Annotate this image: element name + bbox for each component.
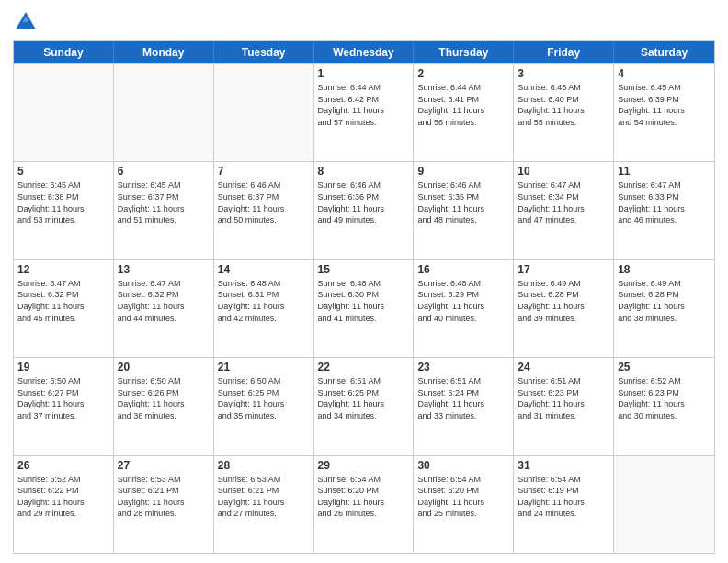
calendar-header-cell: Wednesday [314, 41, 415, 63]
day-number: 26 [17, 459, 109, 472]
calendar-page: SundayMondayTuesdayWednesdayThursdayFrid… [0, 0, 728, 563]
svg-rect-2 [20, 22, 31, 29]
day-info: Sunrise: 6:53 AM Sunset: 6:21 PM Dayligh… [218, 474, 310, 520]
calendar-cell: 3Sunrise: 6:45 AM Sunset: 6:40 PM Daylig… [514, 64, 614, 161]
calendar-header-cell: Sunday [14, 41, 114, 63]
calendar-week-2: 5Sunrise: 6:45 AM Sunset: 6:38 PM Daylig… [14, 161, 714, 259]
day-info: Sunrise: 6:52 AM Sunset: 6:23 PM Dayligh… [618, 375, 711, 421]
day-number: 30 [417, 459, 509, 472]
logo-icon [13, 9, 39, 35]
calendar-week-1: 1Sunrise: 6:44 AM Sunset: 6:42 PM Daylig… [14, 63, 714, 161]
calendar-cell: 23Sunrise: 6:51 AM Sunset: 6:24 PM Dayli… [414, 358, 514, 454]
calendar-header-cell: Tuesday [214, 41, 314, 63]
day-number: 18 [618, 263, 711, 276]
calendar-cell: 16Sunrise: 6:48 AM Sunset: 6:29 PM Dayli… [414, 260, 514, 357]
day-number: 15 [318, 263, 410, 276]
day-number: 31 [518, 459, 609, 472]
day-info: Sunrise: 6:48 AM Sunset: 6:31 PM Dayligh… [218, 278, 310, 324]
day-info: Sunrise: 6:47 AM Sunset: 6:33 PM Dayligh… [618, 179, 711, 225]
day-info: Sunrise: 6:53 AM Sunset: 6:21 PM Dayligh… [118, 474, 210, 520]
day-number: 27 [118, 459, 210, 472]
day-number: 8 [318, 165, 410, 178]
day-info: Sunrise: 6:50 AM Sunset: 6:25 PM Dayligh… [218, 375, 310, 421]
day-info: Sunrise: 6:49 AM Sunset: 6:28 PM Dayligh… [518, 278, 609, 324]
day-info: Sunrise: 6:52 AM Sunset: 6:22 PM Dayligh… [17, 474, 109, 520]
calendar-cell [14, 64, 114, 161]
calendar-cell [614, 456, 714, 553]
day-number: 21 [218, 361, 310, 373]
calendar-cell: 13Sunrise: 6:47 AM Sunset: 6:32 PM Dayli… [114, 260, 214, 357]
calendar-cell: 12Sunrise: 6:47 AM Sunset: 6:32 PM Dayli… [14, 260, 114, 357]
day-number: 10 [518, 165, 609, 178]
header [13, 9, 715, 35]
day-info: Sunrise: 6:45 AM Sunset: 6:40 PM Dayligh… [518, 82, 609, 128]
calendar-cell: 18Sunrise: 6:49 AM Sunset: 6:28 PM Dayli… [614, 260, 714, 357]
day-info: Sunrise: 6:46 AM Sunset: 6:36 PM Dayligh… [318, 179, 410, 225]
calendar-week-5: 26Sunrise: 6:52 AM Sunset: 6:22 PM Dayli… [14, 455, 714, 553]
calendar-cell: 1Sunrise: 6:44 AM Sunset: 6:42 PM Daylig… [314, 64, 415, 161]
day-number: 25 [618, 361, 711, 373]
day-number: 1 [318, 67, 410, 80]
calendar-header-cell: Friday [514, 41, 614, 63]
day-number: 9 [417, 165, 509, 178]
day-number: 12 [17, 263, 109, 276]
day-number: 16 [417, 263, 509, 276]
calendar-body: 1Sunrise: 6:44 AM Sunset: 6:42 PM Daylig… [14, 63, 714, 553]
calendar-header-cell: Saturday [614, 41, 714, 63]
calendar-week-4: 19Sunrise: 6:50 AM Sunset: 6:27 PM Dayli… [14, 357, 714, 454]
calendar-cell: 28Sunrise: 6:53 AM Sunset: 6:21 PM Dayli… [214, 456, 314, 553]
day-info: Sunrise: 6:51 AM Sunset: 6:23 PM Dayligh… [518, 375, 609, 421]
calendar-cell: 7Sunrise: 6:46 AM Sunset: 6:37 PM Daylig… [214, 162, 314, 259]
calendar-cell: 10Sunrise: 6:47 AM Sunset: 6:34 PM Dayli… [514, 162, 614, 259]
day-info: Sunrise: 6:47 AM Sunset: 6:34 PM Dayligh… [518, 179, 609, 225]
day-number: 11 [618, 165, 711, 178]
day-number: 23 [417, 361, 509, 373]
day-info: Sunrise: 6:44 AM Sunset: 6:42 PM Dayligh… [318, 82, 410, 128]
day-info: Sunrise: 6:54 AM Sunset: 6:20 PM Dayligh… [318, 474, 410, 520]
calendar-cell: 5Sunrise: 6:45 AM Sunset: 6:38 PM Daylig… [14, 162, 114, 259]
calendar-cell: 19Sunrise: 6:50 AM Sunset: 6:27 PM Dayli… [14, 358, 114, 454]
day-number: 22 [318, 361, 410, 373]
day-number: 2 [417, 67, 509, 80]
day-number: 24 [518, 361, 609, 373]
calendar-cell: 26Sunrise: 6:52 AM Sunset: 6:22 PM Dayli… [14, 456, 114, 553]
calendar-cell: 31Sunrise: 6:54 AM Sunset: 6:19 PM Dayli… [514, 456, 614, 553]
day-info: Sunrise: 6:46 AM Sunset: 6:37 PM Dayligh… [218, 179, 310, 225]
day-info: Sunrise: 6:47 AM Sunset: 6:32 PM Dayligh… [118, 278, 210, 324]
day-info: Sunrise: 6:45 AM Sunset: 6:39 PM Dayligh… [618, 82, 711, 128]
day-number: 13 [118, 263, 210, 276]
calendar-cell: 24Sunrise: 6:51 AM Sunset: 6:23 PM Dayli… [514, 358, 614, 454]
calendar: SundayMondayTuesdayWednesdayThursdayFrid… [13, 40, 715, 554]
calendar-cell: 4Sunrise: 6:45 AM Sunset: 6:39 PM Daylig… [614, 64, 714, 161]
calendar-cell: 11Sunrise: 6:47 AM Sunset: 6:33 PM Dayli… [614, 162, 714, 259]
day-number: 4 [618, 67, 711, 80]
day-info: Sunrise: 6:51 AM Sunset: 6:25 PM Dayligh… [318, 375, 410, 421]
calendar-header-cell: Thursday [414, 41, 514, 63]
day-number: 17 [518, 263, 609, 276]
day-info: Sunrise: 6:48 AM Sunset: 6:29 PM Dayligh… [417, 278, 509, 324]
logo [13, 9, 42, 35]
calendar-cell: 22Sunrise: 6:51 AM Sunset: 6:25 PM Dayli… [314, 358, 415, 454]
calendar-cell: 14Sunrise: 6:48 AM Sunset: 6:31 PM Dayli… [214, 260, 314, 357]
calendar-cell [214, 64, 314, 161]
calendar-cell: 8Sunrise: 6:46 AM Sunset: 6:36 PM Daylig… [314, 162, 415, 259]
day-info: Sunrise: 6:49 AM Sunset: 6:28 PM Dayligh… [618, 278, 711, 324]
day-number: 19 [17, 361, 109, 373]
day-number: 5 [17, 165, 109, 178]
day-number: 3 [518, 67, 609, 80]
day-info: Sunrise: 6:51 AM Sunset: 6:24 PM Dayligh… [417, 375, 509, 421]
calendar-cell: 20Sunrise: 6:50 AM Sunset: 6:26 PM Dayli… [114, 358, 214, 454]
day-info: Sunrise: 6:54 AM Sunset: 6:19 PM Dayligh… [518, 474, 609, 520]
calendar-cell: 6Sunrise: 6:45 AM Sunset: 6:37 PM Daylig… [114, 162, 214, 259]
day-info: Sunrise: 6:50 AM Sunset: 6:27 PM Dayligh… [17, 375, 109, 421]
day-info: Sunrise: 6:47 AM Sunset: 6:32 PM Dayligh… [17, 278, 109, 324]
calendar-cell: 27Sunrise: 6:53 AM Sunset: 6:21 PM Dayli… [114, 456, 214, 553]
calendar-cell: 9Sunrise: 6:46 AM Sunset: 6:35 PM Daylig… [414, 162, 514, 259]
day-number: 14 [218, 263, 310, 276]
day-info: Sunrise: 6:44 AM Sunset: 6:41 PM Dayligh… [417, 82, 509, 128]
calendar-cell: 2Sunrise: 6:44 AM Sunset: 6:41 PM Daylig… [414, 64, 514, 161]
day-info: Sunrise: 6:46 AM Sunset: 6:35 PM Dayligh… [417, 179, 509, 225]
calendar-week-3: 12Sunrise: 6:47 AM Sunset: 6:32 PM Dayli… [14, 259, 714, 357]
day-info: Sunrise: 6:48 AM Sunset: 6:30 PM Dayligh… [318, 278, 410, 324]
day-number: 6 [118, 165, 210, 178]
